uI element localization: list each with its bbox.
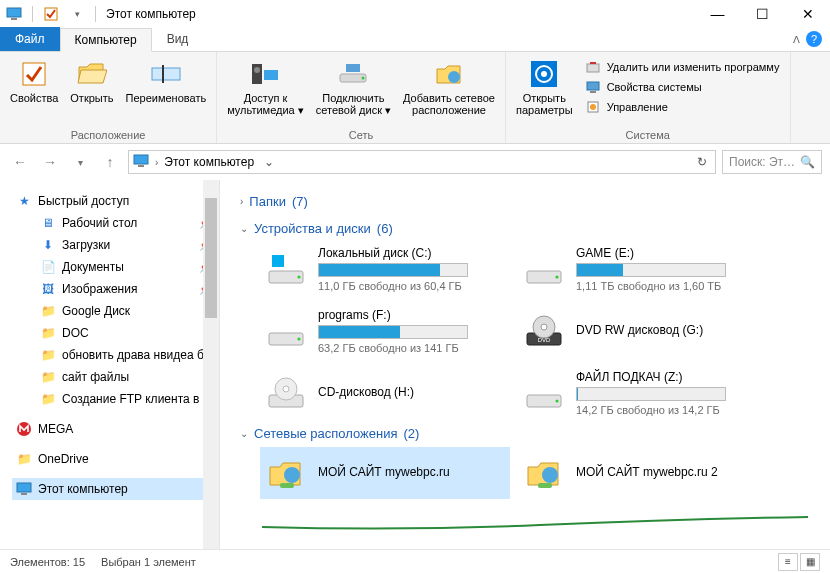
refresh-icon[interactable]: ↻ <box>693 155 711 169</box>
drive-item[interactable]: DVD DVD RW дисковод (G:) <box>518 304 768 358</box>
window-minimize-button[interactable]: — <box>695 0 740 28</box>
view-large-icons-button[interactable]: ▦ <box>800 553 820 571</box>
mega-icon <box>16 421 32 437</box>
drive-item[interactable]: CD-дисковод (H:) <box>260 366 510 420</box>
sidebar-item-sitefiles[interactable]: 📁сайт файлы <box>12 366 215 388</box>
uninstall-program-button[interactable]: Удалить или изменить программу <box>581 58 784 76</box>
sidebar-item-thispc[interactable]: Этот компьютер <box>12 478 215 500</box>
sidebar-item-pictures[interactable]: 🖼Изображения📌 <box>12 278 215 300</box>
section-devices[interactable]: ⌄ Устройства и диски (6) <box>240 215 822 242</box>
group-system-label: Система <box>512 127 784 141</box>
star-icon: ★ <box>16 193 32 209</box>
window-title: Этот компьютер <box>106 7 196 21</box>
rename-label: Переименовать <box>126 92 207 104</box>
svg-rect-16 <box>587 64 599 72</box>
drive-icon <box>264 309 308 353</box>
svg-point-32 <box>297 337 300 340</box>
sidebar-item-desktop[interactable]: 🖥Рабочий стол📌 <box>12 212 215 234</box>
svg-point-30 <box>555 275 558 278</box>
sidebar-item-googledrive[interactable]: 📁Google Диск <box>12 300 215 322</box>
drive-icon <box>522 247 566 291</box>
svg-rect-3 <box>23 63 45 85</box>
section-folders[interactable]: › Папки (7) <box>240 188 822 215</box>
svg-rect-17 <box>587 82 599 90</box>
folder-icon: 📁 <box>16 451 32 467</box>
rename-button[interactable]: Переименовать <box>122 56 211 106</box>
ribbon: Свойства Открыть Переименовать Расположе… <box>0 52 830 144</box>
search-icon: 🔍 <box>800 155 815 169</box>
map-drive-icon <box>337 58 369 90</box>
drive-item[interactable]: programs (F:) 63,2 ГБ свободно из 141 ГБ <box>260 304 510 358</box>
system-properties-button[interactable]: Свойства системы <box>581 78 784 96</box>
svg-point-39 <box>283 386 289 392</box>
nav-forward-button[interactable]: → <box>38 150 62 174</box>
network-folder-icon <box>264 451 308 495</box>
window-maximize-button[interactable]: ☐ <box>740 0 785 28</box>
svg-rect-18 <box>590 91 596 93</box>
add-network-location-button[interactable]: Добавить сетевоерасположение <box>399 56 499 118</box>
tab-file[interactable]: Файл <box>0 27 60 51</box>
tab-view[interactable]: Вид <box>152 27 204 51</box>
drive-free: 1,11 ТБ свободно из 1,60 ТБ <box>576 280 764 292</box>
svg-rect-4 <box>152 68 180 80</box>
qat-properties-icon[interactable] <box>41 4 61 24</box>
add-network-label: Добавить сетевоерасположение <box>403 92 495 116</box>
map-drive-button[interactable]: Подключитьсетевой диск ▾ <box>312 56 395 118</box>
address-pc-icon <box>133 154 149 170</box>
help-icon[interactable]: ? <box>806 31 822 47</box>
sidebar-item-downloads[interactable]: ⬇Загрузки📌 <box>12 234 215 256</box>
network-location-item[interactable]: МОЙ САЙТ mywebpc.ru <box>260 447 510 499</box>
open-settings-button[interactable]: Открытьпараметры <box>512 56 577 118</box>
drive-free: 11,0 ГБ свободно из 60,4 ГБ <box>318 280 506 292</box>
properties-icon <box>18 58 50 90</box>
address-bar[interactable]: › Этот компьютер ⌄ ↻ <box>128 150 716 174</box>
quick-access-root[interactable]: ★ Быстрый доступ <box>12 190 215 212</box>
rename-icon <box>150 58 182 90</box>
folder-icon: 📁 <box>40 325 56 341</box>
network-folder-icon <box>522 451 566 495</box>
properties-button[interactable]: Свойства <box>6 56 62 106</box>
manage-button[interactable]: Управление <box>581 98 784 116</box>
sidebar-item-onedrive[interactable]: 📁OneDrive <box>12 448 215 470</box>
network-location-item[interactable]: МОЙ САЙТ mywebpc.ru 2 <box>518 447 768 499</box>
drive-name: DVD RW дисковод (G:) <box>576 323 764 337</box>
tab-computer[interactable]: Компьютер <box>60 28 152 52</box>
drive-item[interactable]: Локальный диск (C:) 11,0 ГБ свободно из … <box>260 242 510 296</box>
drive-icon <box>264 247 308 291</box>
uninstall-label: Удалить или изменить программу <box>607 61 780 73</box>
svg-rect-22 <box>138 165 144 167</box>
media-access-button[interactable]: Доступ кмультимедиа ▾ <box>223 56 308 118</box>
address-path[interactable]: Этот компьютер <box>164 155 254 169</box>
qat-dropdown-icon[interactable]: ▾ <box>67 4 87 24</box>
title-bar: ▾ Этот компьютер — ☐ ✕ <box>0 0 830 28</box>
sidebar-item-nvidia[interactable]: 📁обновить драва нвидеа без л <box>12 344 215 366</box>
drive-item[interactable]: ФАЙЛ ПОДКАЧ (Z:) 14,2 ГБ свободно из 14,… <box>518 366 768 420</box>
map-drive-label: Подключитьсетевой диск ▾ <box>316 92 391 116</box>
qat-thispc-icon[interactable] <box>4 4 24 24</box>
folder-icon: 📁 <box>40 369 56 385</box>
drive-name: GAME (E:) <box>576 246 764 260</box>
section-network-locations[interactable]: ⌄ Сетевые расположения (2) <box>240 420 822 447</box>
address-dropdown-icon[interactable]: ⌄ <box>260 155 278 169</box>
nav-back-button[interactable]: ← <box>8 150 32 174</box>
ribbon-collapse-icon[interactable]: ᐱ <box>793 34 800 45</box>
sidebar-item-mega[interactable]: MEGA <box>12 418 215 440</box>
sidebar-item-ftp[interactable]: 📁Создание FTP клиента в про <box>12 388 215 410</box>
svg-point-27 <box>297 275 300 278</box>
ribbon-tabs: Файл Компьютер Вид ᐱ ? <box>0 28 830 52</box>
sidebar-item-documents[interactable]: 📄Документы📌 <box>12 256 215 278</box>
pictures-icon: 🖼 <box>40 281 56 297</box>
window-close-button[interactable]: ✕ <box>785 0 830 28</box>
search-input[interactable]: Поиск: Эт… 🔍 <box>722 150 822 174</box>
sidebar-item-doc[interactable]: 📁DOC <box>12 322 215 344</box>
drive-item[interactable]: GAME (E:) 1,11 ТБ свободно из 1,60 ТБ <box>518 242 768 296</box>
nav-recent-button[interactable]: ▾ <box>68 150 92 174</box>
sidebar-scrollbar[interactable] <box>203 180 219 549</box>
view-details-button[interactable]: ≡ <box>778 553 798 571</box>
svg-rect-45 <box>538 483 552 488</box>
open-folder-icon <box>76 58 108 90</box>
drive-name: Локальный диск (C:) <box>318 246 506 260</box>
chevron-down-icon: ⌄ <box>240 223 248 234</box>
open-button[interactable]: Открыть <box>66 56 117 106</box>
nav-up-button[interactable]: ↑ <box>98 150 122 174</box>
